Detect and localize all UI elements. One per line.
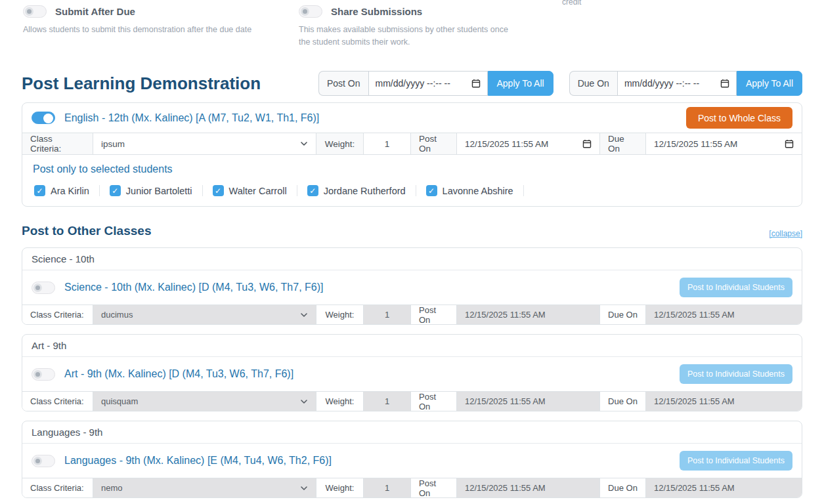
student-checkbox[interactable]: ✓ — [110, 185, 121, 196]
languages-class-name: Languages - 9th (Mx. Kalinec) [E (M4, Tu… — [64, 455, 332, 467]
due-on-date-disabled: 12/15/2025 11:55 AM — [646, 392, 802, 411]
student-checkbox[interactable]: ✓ — [213, 185, 224, 196]
class-criteria-value: ducimus — [101, 310, 133, 320]
page-header: Post Learning Demonstration Post On Appl… — [22, 71, 802, 96]
chevron-down-icon — [300, 140, 308, 148]
share-submissions-label: Share Submissions — [331, 6, 422, 17]
post-on-date-disabled: 12/15/2025 11:55 AM — [457, 392, 600, 411]
due-on-input-wrap — [617, 71, 737, 96]
due-on-label: Due On — [600, 305, 646, 324]
weight-value-disabled: 1 — [364, 305, 411, 324]
science-class-toggle[interactable] — [32, 282, 55, 294]
due-on-date-disabled: 12/15/2025 11:55 AM — [646, 305, 802, 324]
class-criteria-select-disabled: ducimus — [93, 305, 316, 324]
due-on-datetime-input[interactable] — [624, 78, 715, 89]
share-submissions-toggle[interactable] — [299, 5, 322, 18]
languages-class-card: Languages - 9th Languages - 9th (Mx. Kal… — [22, 421, 802, 498]
class-criteria-label: Class Criteria: — [22, 133, 93, 154]
header-date-groups: Post On Apply To All Due On Apply To All — [318, 71, 802, 96]
submit-after-due-block: Submit After Due Allows students to subm… — [23, 5, 251, 36]
student-checkbox[interactable]: ✓ — [307, 185, 318, 196]
art-card-header: Art - 9th — [22, 335, 802, 357]
selected-students-row: ✓ Ara Kirlin ✓ Junior Bartoletti ✓ Walte… — [22, 177, 802, 206]
post-to-individual-students-button[interactable]: Post to Individual Students — [680, 278, 792, 297]
class-criteria-value: quisquam — [101, 396, 138, 406]
due-on-date-disabled: 12/15/2025 11:55 AM — [646, 478, 802, 497]
calendar-icon — [785, 139, 794, 148]
class-criteria-label: Class Criteria: — [22, 305, 93, 324]
weight-value-disabled: 1 — [364, 392, 411, 411]
post-on-label: Post On — [411, 392, 457, 411]
post-on-datetime-input[interactable] — [376, 78, 466, 89]
share-submissions-description: This makes available submissions by othe… — [299, 24, 509, 49]
science-criteria-row: Class Criteria: ducimus Weight: 1 Post O… — [22, 304, 802, 324]
post-on-date-value: 12/15/2025 11:55 AM — [465, 139, 548, 149]
due-on-date-input[interactable]: 12/15/2025 11:55 AM — [646, 133, 802, 154]
weight-input[interactable]: 1 — [364, 133, 411, 154]
selected-students-title: Post only to selected students — [22, 155, 802, 177]
english-class-card: English - 12th (Mx. Kalinec) [A (M7, Tu2… — [22, 102, 802, 207]
post-on-date-disabled: 12/15/2025 11:55 AM — [457, 305, 600, 324]
class-criteria-select-disabled: quisquam — [93, 392, 316, 411]
weight-label: Weight: — [316, 392, 364, 411]
art-class-row: Art - 9th (Mx. Kalinec) [D (M4, Tu3, W6,… — [22, 357, 802, 391]
submit-after-due-description: Allows students to submit this demonstra… — [23, 24, 251, 36]
student-name: Jordane Rutherford — [324, 186, 406, 196]
post-on-input-wrap — [368, 71, 488, 96]
post-on-group: Post On Apply To All — [318, 71, 553, 96]
post-on-label: Post On — [318, 71, 368, 96]
english-class-row: English - 12th (Mx. Kalinec) [A (M7, Tu2… — [22, 103, 802, 133]
due-on-label: Due On — [600, 392, 646, 411]
art-class-name: Art - 9th (Mx. Kalinec) [D (M4, Tu3, W6,… — [64, 368, 293, 380]
class-criteria-select-disabled: nemo — [93, 478, 316, 497]
student-checkbox-item: ✓ Junior Bartoletti — [100, 185, 203, 196]
art-class-toggle[interactable] — [32, 368, 55, 381]
student-checkbox-item: ✓ Ara Kirlin — [33, 185, 100, 196]
science-card-header: Science - 10th — [22, 248, 802, 270]
english-criteria-row: Class Criteria: ipsum Weight: 1 Post On … — [22, 133, 802, 155]
post-on-date-input[interactable]: 12/15/2025 11:55 AM — [457, 133, 600, 154]
student-checkbox[interactable]: ✓ — [426, 185, 437, 196]
chevron-down-icon — [300, 398, 308, 406]
due-on-group: Due On Apply To All — [569, 71, 802, 96]
post-to-whole-class-button[interactable]: Post to Whole Class — [686, 107, 792, 129]
art-criteria-row: Class Criteria: quisquam Weight: 1 Post … — [22, 391, 802, 411]
class-criteria-label: Class Criteria: — [22, 392, 93, 411]
credit-text-fragment: credit — [562, 0, 581, 7]
class-criteria-label: Class Criteria: — [22, 478, 93, 497]
post-on-label: Post On — [411, 305, 457, 324]
post-to-individual-students-button[interactable]: Post to Individual Students — [680, 451, 792, 471]
class-criteria-select[interactable]: ipsum — [93, 133, 316, 154]
languages-card-header: Languages - 9th — [22, 421, 802, 444]
top-settings-area: credit Submit After Due Allows students … — [0, 0, 824, 68]
post-on-date-disabled: 12/15/2025 11:55 AM — [457, 478, 600, 497]
art-class-card: Art - 9th Art - 9th (Mx. Kalinec) [D (M4… — [22, 334, 802, 411]
due-on-label: Due On — [600, 133, 646, 154]
chevron-down-icon — [300, 484, 308, 492]
student-name: Ara Kirlin — [51, 186, 89, 196]
post-on-apply-to-all-button[interactable]: Apply To All — [488, 71, 553, 96]
collapse-link[interactable]: [collapse] — [769, 229, 802, 238]
calendar-icon[interactable] — [720, 79, 729, 88]
class-criteria-value: nemo — [101, 483, 123, 493]
science-class-name: Science - 10th (Mx. Kalinec) [D (M4, Tu3… — [64, 282, 324, 293]
student-checkbox-item: ✓ Walter Carroll — [203, 185, 297, 196]
english-class-toggle[interactable] — [32, 112, 55, 124]
weight-label: Weight: — [316, 478, 364, 497]
student-name: Walter Carroll — [229, 186, 287, 196]
languages-class-toggle[interactable] — [32, 455, 55, 467]
weight-label: Weight: — [316, 305, 364, 324]
class-criteria-value: ipsum — [101, 139, 125, 149]
due-on-apply-to-all-button[interactable]: Apply To All — [737, 71, 802, 96]
post-to-individual-students-button[interactable]: Post to Individual Students — [680, 364, 792, 384]
student-checkbox-item: ✓ Jordane Rutherford — [297, 185, 416, 196]
post-on-label: Post On — [411, 478, 457, 497]
student-name: Junior Bartoletti — [126, 186, 192, 196]
calendar-icon — [582, 139, 592, 148]
share-submissions-block: Share Submissions This makes available s… — [299, 5, 509, 49]
languages-class-row: Languages - 9th (Mx. Kalinec) [E (M4, Tu… — [22, 444, 802, 478]
chevron-down-icon — [300, 311, 308, 319]
calendar-icon[interactable] — [471, 79, 481, 88]
submit-after-due-toggle[interactable] — [23, 5, 47, 18]
student-checkbox[interactable]: ✓ — [34, 185, 45, 196]
